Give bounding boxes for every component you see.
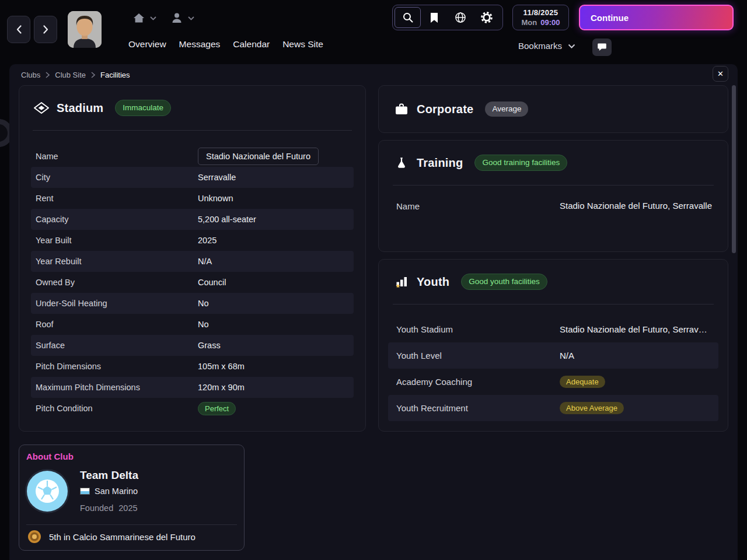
chat-button[interactable]	[592, 38, 612, 56]
youth-bars-icon	[393, 275, 410, 289]
chevron-down-icon	[568, 44, 575, 48]
divider	[26, 524, 237, 525]
close-button[interactable]: ✕	[713, 66, 728, 82]
row-label: Maximum Pitch Dimensions	[31, 383, 198, 392]
training-name-row: Name Stadio Nazionale del Futuro, Serrav…	[396, 200, 714, 213]
search-button[interactable]	[395, 7, 421, 28]
globe-icon	[455, 12, 466, 23]
forward-button[interactable]	[34, 16, 57, 43]
row-value: N/A	[198, 257, 354, 266]
table-row: Surface Grass	[31, 335, 354, 356]
football-icon	[34, 478, 61, 505]
person-icon	[170, 11, 184, 25]
table-row: Capacity 5,200 all-seater	[31, 209, 354, 230]
club-name: Team Delta	[80, 469, 138, 482]
youth-card: Youth Good youth facilities Youth Stadiu…	[378, 259, 728, 432]
club-logo	[27, 471, 68, 512]
row-value: No	[198, 320, 354, 329]
briefcase-icon	[393, 103, 410, 116]
table-row: Pitch Condition Perfect	[31, 398, 354, 419]
row-label: Name	[31, 152, 198, 161]
league-position-row[interactable]: 5th in Calcio Sammarinese del Futuro	[27, 530, 196, 544]
row-label: Owned By	[31, 278, 198, 287]
table-row: City Serravalle	[31, 167, 354, 188]
row-label: City	[31, 173, 198, 182]
san-marino-flag	[80, 488, 90, 495]
table-row: Youth Stadium Stadio Nazionale del Futur…	[388, 316, 718, 342]
row-value: 2025	[198, 236, 354, 245]
search-icon	[402, 12, 414, 23]
breadcrumb: Clubs Club Site Facilities	[21, 68, 130, 81]
stadium-name-input[interactable]: Stadio Nazionale del Futuro	[198, 148, 319, 165]
chevron-right-icon	[91, 72, 95, 78]
corporate-title: Corporate	[417, 103, 473, 116]
scrollbar-thumb[interactable]	[732, 85, 736, 253]
row-label: Youth Recruitment	[388, 403, 560, 413]
continue-button[interactable]: Continue	[579, 5, 734, 30]
row-label: Youth Stadium	[388, 324, 560, 334]
nav-calendar[interactable]: Calendar	[233, 39, 270, 50]
home-icon	[132, 11, 146, 25]
gear-icon	[480, 11, 493, 24]
person-menu[interactable]	[170, 11, 194, 25]
chevron-left-icon	[16, 25, 22, 34]
row-label: Roof	[31, 320, 198, 329]
stadium-card: Stadium Immaculate Name Stadio Nazionale…	[19, 85, 366, 432]
table-row: Name Stadio Nazionale del Futuro	[31, 146, 354, 167]
flask-icon	[393, 156, 410, 169]
row-value: N/A	[560, 351, 718, 360]
club-nation: San Marino	[95, 487, 138, 496]
settings-button[interactable]	[473, 7, 500, 28]
table-row: Maximum Pitch Dimensions 120m x 90m	[31, 377, 354, 398]
row-value: Serravalle	[198, 173, 354, 182]
row-label: Year Built	[31, 236, 198, 245]
back-button[interactable]	[7, 16, 30, 43]
table-row: Year Rebuilt N/A	[31, 251, 354, 272]
table-row: Academy Coaching Adequate	[388, 369, 718, 395]
table-row: Rent Unknown	[31, 188, 354, 209]
stadium-header: Stadium Immaculate	[19, 86, 365, 130]
bookmarks-dropdown[interactable]: Bookmarks	[518, 41, 575, 51]
top-navigation: Overview Messages Calendar News Site	[128, 39, 323, 50]
row-value: No	[198, 299, 354, 308]
row-value: Stadio Nazionale del Futuro, Serravalle	[560, 324, 718, 334]
club-nation-row: San Marino	[80, 487, 138, 496]
row-label: Capacity	[31, 215, 198, 224]
bookmark-button[interactable]	[421, 7, 447, 28]
table-row: Owned By Council	[31, 272, 354, 293]
table-row: Youth Level N/A	[388, 342, 718, 369]
youth-recruitment-badge: Above Average	[560, 402, 624, 414]
chevron-right-icon	[43, 25, 48, 34]
training-card: Training Good training facilities Name S…	[378, 140, 728, 252]
row-label: Academy Coaching	[388, 377, 560, 387]
founded-year: 2025	[118, 503, 137, 513]
club-founded-row: Founded 2025	[80, 503, 138, 513]
row-label: Pitch Dimensions	[31, 362, 198, 371]
nav-messages[interactable]: Messages	[179, 39, 221, 50]
stadium-condition-badge: Immaculate	[115, 100, 171, 116]
league-position: 5th in Calcio Sammarinese del Futuro	[49, 532, 196, 542]
row-label: Year Rebuilt	[31, 257, 198, 266]
stadium-table: Name Stadio Nazionale del Futuro City Se…	[19, 146, 365, 419]
table-row: Year Built 2025	[31, 230, 354, 251]
nav-news-site[interactable]: News Site	[282, 39, 323, 50]
breadcrumb-club-site[interactable]: Club Site	[55, 71, 86, 79]
stadium-title: Stadium	[57, 102, 103, 115]
nav-overview[interactable]: Overview	[128, 39, 166, 50]
home-menu[interactable]	[132, 11, 156, 25]
corporate-card: Corporate Average	[378, 85, 728, 133]
divider	[393, 304, 714, 304]
youth-header: Youth Good youth facilities	[379, 260, 728, 304]
chevron-down-icon	[150, 16, 156, 20]
row-value: 120m x 90m	[198, 383, 354, 392]
row-label: Rent	[31, 194, 198, 203]
top-bar: Overview Messages Calendar News Site 11/…	[0, 0, 747, 64]
chevron-down-icon	[188, 16, 194, 20]
bookmark-icon	[430, 12, 439, 23]
table-row: Roof No	[31, 314, 354, 335]
corporate-header: Corporate Average	[379, 86, 728, 132]
manager-avatar[interactable]	[68, 11, 102, 48]
current-day: Mon	[522, 18, 537, 27]
breadcrumb-clubs[interactable]: Clubs	[21, 71, 40, 79]
world-button[interactable]	[447, 7, 473, 28]
